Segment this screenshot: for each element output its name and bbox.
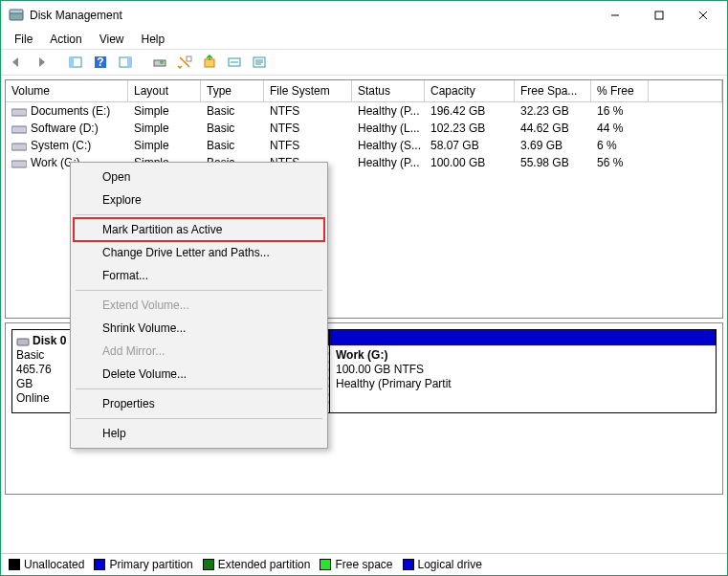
toolbar-separator bbox=[55, 52, 62, 73]
menu-file[interactable]: File bbox=[7, 31, 40, 48]
maximize-button[interactable] bbox=[637, 1, 681, 30]
ctx-separator bbox=[76, 290, 322, 291]
legend-primary: Primary partition bbox=[94, 558, 192, 571]
drive-icon bbox=[11, 158, 27, 169]
attach-vhd-button[interactable] bbox=[198, 52, 221, 73]
column-volume[interactable]: Volume bbox=[6, 80, 128, 101]
volume-fs: NTFS bbox=[264, 121, 352, 136]
disk-icon bbox=[16, 335, 30, 348]
window-controls bbox=[593, 1, 725, 30]
volume-fs: NTFS bbox=[264, 138, 352, 153]
svg-rect-3 bbox=[655, 11, 663, 19]
svg-rect-14 bbox=[187, 56, 191, 61]
ctx-delete-volume[interactable]: Delete Volume... bbox=[74, 363, 324, 386]
volume-free: 55.98 GB bbox=[515, 155, 591, 170]
volume-free: 44.62 GB bbox=[515, 121, 591, 136]
legend-logical: Logical drive bbox=[403, 558, 482, 571]
column-pct-free[interactable]: % Free bbox=[591, 80, 649, 101]
ctx-explore[interactable]: Explore bbox=[74, 188, 324, 211]
column-capacity[interactable]: Capacity bbox=[425, 80, 515, 101]
disk-status: Online bbox=[16, 391, 67, 406]
volume-capacity: 58.07 GB bbox=[425, 138, 515, 153]
volume-row[interactable]: System (C:) Simple Basic NTFS Healthy (S… bbox=[6, 137, 722, 154]
toolbar: ? bbox=[1, 49, 727, 76]
menu-action[interactable]: Action bbox=[42, 31, 89, 48]
close-button[interactable] bbox=[681, 1, 725, 30]
ctx-mark-partition-active[interactable]: Mark Partition as Active bbox=[74, 218, 324, 241]
volume-free: 32.23 GB bbox=[515, 103, 591, 119]
column-type[interactable]: Type bbox=[201, 80, 264, 101]
svg-text:?: ? bbox=[97, 55, 103, 69]
column-free-space[interactable]: Free Spa... bbox=[515, 80, 591, 101]
ctx-extend-volume: Extend Volume... bbox=[74, 294, 324, 317]
volume-pct: 44 % bbox=[591, 121, 649, 136]
svg-rect-7 bbox=[70, 57, 74, 67]
volume-row[interactable]: Documents (E:) Simple Basic NTFS Healthy… bbox=[6, 102, 722, 120]
minimize-button[interactable] bbox=[593, 1, 637, 30]
volume-status: Healthy (L... bbox=[352, 121, 425, 136]
ctx-properties[interactable]: Properties bbox=[74, 392, 324, 415]
drive-icon bbox=[11, 106, 27, 118]
volume-layout: Simple bbox=[128, 121, 201, 136]
svg-rect-19 bbox=[11, 109, 27, 116]
volume-fs: NTFS bbox=[264, 103, 352, 119]
ctx-open[interactable]: Open bbox=[74, 166, 324, 188]
volume-type: Basic bbox=[201, 138, 264, 153]
svg-rect-23 bbox=[17, 339, 29, 345]
volume-list-header: Volume Layout Type File System Status Ca… bbox=[6, 80, 722, 102]
back-button[interactable] bbox=[5, 52, 28, 73]
volume-status: Healthy (P... bbox=[352, 103, 425, 119]
toolbar-separator bbox=[139, 52, 146, 73]
legend-extended: Extended partition bbox=[203, 558, 311, 571]
column-filler bbox=[649, 80, 722, 101]
titlebar: Disk Management bbox=[1, 1, 727, 30]
ctx-change-drive-letter[interactable]: Change Drive Letter and Paths... bbox=[74, 241, 324, 264]
action-pane-button[interactable] bbox=[114, 52, 137, 73]
volume-status: Healthy (S... bbox=[352, 138, 425, 153]
column-file-system[interactable]: File System bbox=[264, 80, 352, 101]
help-button[interactable]: ? bbox=[89, 52, 112, 73]
partition-work-g[interactable]: Work (G:) 100.00 GB NTFS Healthy (Primar… bbox=[330, 330, 716, 412]
disk-info[interactable]: Disk 0 Basic 465.76 GB Online bbox=[12, 330, 72, 412]
rescan-button[interactable] bbox=[173, 52, 196, 73]
svg-rect-12 bbox=[154, 60, 165, 66]
ctx-help[interactable]: Help bbox=[74, 422, 324, 445]
disk-type: Basic bbox=[16, 348, 67, 363]
ctx-separator bbox=[76, 388, 322, 389]
column-layout[interactable]: Layout bbox=[128, 80, 201, 101]
forward-button[interactable] bbox=[30, 52, 53, 73]
disk-label: Disk 0 bbox=[33, 334, 66, 348]
svg-point-13 bbox=[160, 60, 164, 64]
app-icon bbox=[9, 8, 24, 23]
volume-free: 3.69 GB bbox=[515, 138, 591, 153]
svg-rect-22 bbox=[11, 161, 27, 167]
menu-help[interactable]: Help bbox=[134, 31, 173, 48]
volume-type: Basic bbox=[201, 121, 264, 136]
svg-rect-11 bbox=[127, 57, 131, 67]
drive-icon bbox=[11, 123, 27, 135]
settings-button[interactable] bbox=[248, 52, 271, 73]
legend-unallocated: Unallocated bbox=[9, 558, 84, 571]
show-hide-console-tree-button[interactable] bbox=[64, 52, 87, 73]
ctx-separator bbox=[76, 418, 322, 419]
window-title: Disk Management bbox=[30, 9, 593, 22]
volume-row[interactable]: Software (D:) Simple Basic NTFS Healthy … bbox=[6, 120, 722, 137]
svg-rect-21 bbox=[11, 144, 27, 150]
context-menu: Open Explore Mark Partition as Active Ch… bbox=[70, 162, 328, 449]
column-status[interactable]: Status bbox=[352, 80, 425, 101]
drive-icon bbox=[11, 141, 27, 152]
partition-header bbox=[330, 330, 716, 345]
menu-view[interactable]: View bbox=[92, 31, 132, 48]
partition-health: Healthy (Primary Partit bbox=[336, 377, 710, 391]
refresh-button[interactable] bbox=[148, 52, 171, 73]
disk-management-window: Disk Management File Action View Help ? … bbox=[0, 0, 728, 576]
volume-type: Basic bbox=[201, 103, 264, 119]
detach-vhd-button[interactable] bbox=[223, 52, 246, 73]
partition-size: 100.00 GB NTFS bbox=[336, 363, 710, 377]
svg-rect-1 bbox=[10, 10, 23, 13]
legend: Unallocated Primary partition Extended p… bbox=[1, 553, 727, 575]
volume-layout: Simple bbox=[128, 103, 201, 119]
ctx-shrink-volume[interactable]: Shrink Volume... bbox=[74, 317, 324, 340]
partition-name: Work (G:) bbox=[336, 348, 710, 363]
ctx-format[interactable]: Format... bbox=[74, 264, 324, 287]
